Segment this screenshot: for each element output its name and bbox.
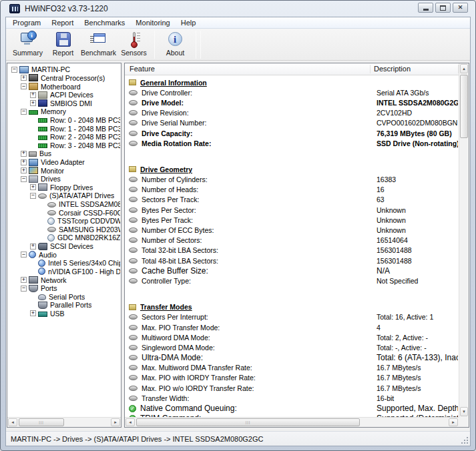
collapse-toggle-icon[interactable] xyxy=(21,252,27,258)
feature-column-header[interactable]: Feature xyxy=(130,65,155,73)
tree-item-memory[interactable]: Memory xyxy=(10,107,120,116)
detail-row[interactable]: Total 48-bit LBA Sectors:156301488 xyxy=(128,256,459,266)
scroll-left-icon[interactable]: ◂ xyxy=(126,418,135,426)
minimize-button[interactable] xyxy=(418,3,433,13)
tree-item-video-adapter[interactable]: Video Adapter xyxy=(10,158,120,167)
section-row[interactable]: General Information xyxy=(128,77,459,87)
menu-program[interactable]: Program xyxy=(7,18,46,27)
details-vertical-scrollbar[interactable]: ▴ ▾ xyxy=(459,63,469,417)
tree-item-memory-row-1[interactable]: Row: 1 - 2048 MB PC3-1 xyxy=(10,124,120,133)
expand-toggle-icon[interactable] xyxy=(30,310,36,316)
detail-row[interactable]: Drive Capacity:76,319 MBytes (80 GB) xyxy=(128,128,459,138)
benchmark-button[interactable]: Benchmark xyxy=(81,31,116,59)
scrollbar-thumb[interactable] xyxy=(136,418,360,426)
tree-item-ports[interactable]: Ports xyxy=(10,284,120,293)
detail-row[interactable]: Number Of ECC Bytes:Unknown xyxy=(128,225,459,235)
tree-item-floppy-drives[interactable]: Floppy Drives xyxy=(10,183,120,192)
close-button[interactable]: ✕ xyxy=(453,3,468,13)
tree-item-nvidia-audio[interactable]: nVIDIA GF100 - High De xyxy=(10,268,120,276)
tree-item-usb[interactable]: USB xyxy=(10,310,120,318)
detail-row[interactable]: Ultra-DMA Mode:Total: 6 (ATA-133), Inact… xyxy=(128,353,459,363)
expand-toggle-icon[interactable] xyxy=(21,277,27,283)
expand-toggle-icon[interactable] xyxy=(30,92,36,98)
detail-row[interactable]: Max. Multiword DMA Transfer Rate:16.7 MB… xyxy=(128,363,459,373)
detail-row[interactable]: Cache Buffer Size:N/A xyxy=(128,266,459,276)
tree-item-memory-row-3[interactable]: Row: 3 - 2048 MB PC3-1 xyxy=(10,141,120,149)
tree-item-gdc-drive[interactable]: GDC MN8D2RK16Z xyxy=(10,234,120,242)
detail-row[interactable]: Drive Model:INTEL SSDSA2M080G2GC xyxy=(128,97,459,107)
tree-item-samsung-hdd[interactable]: SAMSUNG HD203WI xyxy=(10,226,120,234)
tree-item-motherboard[interactable]: Motherboard xyxy=(10,82,120,91)
detail-row[interactable]: Max. PIO Transfer Mode:4 xyxy=(128,322,459,332)
maximize-button[interactable] xyxy=(435,3,451,13)
tree-horizontal-scrollbar[interactable]: ◂ ▸ xyxy=(7,417,121,427)
tree-item-memory-row-2[interactable]: Row: 2 - 2048 MB PC3-1 xyxy=(10,133,120,141)
detail-row[interactable]: Number of Cylinders:16383 xyxy=(128,175,459,185)
detail-row[interactable]: Singleword DMA Mode:Total: -, Active: - xyxy=(128,342,459,352)
tree-item-sata-atapi-drives[interactable]: (S)ATA/ATAPI Drives xyxy=(10,191,120,200)
tree-item-intel-audio[interactable]: Intel 5 Series/34x0 Chip xyxy=(10,259,120,268)
collapse-toggle-icon[interactable] xyxy=(11,67,17,73)
expand-toggle-icon[interactable] xyxy=(30,100,36,106)
detail-row[interactable]: Controller Type:Not Specified xyxy=(128,276,459,286)
sensors-button[interactable]: Sensors xyxy=(116,31,152,59)
tree-item-monitor[interactable]: Monitor xyxy=(10,166,120,175)
detail-row[interactable]: Native Command Queuing:Supported, Max. D… xyxy=(128,403,459,413)
menu-monitoring[interactable]: Monitoring xyxy=(130,18,175,27)
detail-row[interactable]: Multiword DMA Mode:Total: 2, Active: - xyxy=(128,332,459,342)
tree-item-martin-pc[interactable]: MARTIN-PC xyxy=(10,65,120,74)
collapse-toggle-icon[interactable] xyxy=(21,176,27,182)
menu-benchmarks[interactable]: Benchmarks xyxy=(79,18,130,27)
scroll-right-icon[interactable]: ▸ xyxy=(449,418,458,426)
expand-toggle-icon[interactable] xyxy=(21,159,27,165)
detail-row[interactable]: Drive Serial Number:CVPO001602DM080BGN xyxy=(128,118,459,128)
description-column-header[interactable]: Description xyxy=(374,65,411,73)
tree-item-bus[interactable]: Bus xyxy=(10,149,120,158)
expand-toggle-icon[interactable] xyxy=(30,184,36,190)
detail-row[interactable]: Drive Controller:Serial ATA 3Gb/s xyxy=(128,87,459,97)
tree-item-drives[interactable]: Drives xyxy=(10,175,120,183)
tree-item-acpi-devices[interactable]: ACPI Devices xyxy=(10,91,120,99)
detail-row[interactable]: Number of Sectors:16514064 xyxy=(128,236,459,246)
tree-item-central-processors[interactable]: Central Processor(s) xyxy=(10,74,120,83)
report-button[interactable]: Report xyxy=(45,31,81,59)
detail-row[interactable]: Bytes Per Track:Unknown xyxy=(128,215,459,225)
expand-toggle-icon[interactable] xyxy=(21,151,27,157)
tree-item-memory-row-0[interactable]: Row: 0 - 2048 MB PC3-1 xyxy=(10,116,120,125)
detail-row[interactable]: Drive Revision:2CV102HD xyxy=(128,108,459,118)
detail-row[interactable]: Bytes Per Sector:Unknown xyxy=(128,205,459,215)
tree-item-serial-ports[interactable]: Serial Ports xyxy=(10,292,120,301)
section-row[interactable]: Transfer Modes xyxy=(128,302,459,312)
tree-item-tsstcorp-dvd[interactable]: TSSTcorp CDDVDW xyxy=(10,217,120,226)
section-row[interactable]: Drive Geometry xyxy=(128,164,459,174)
detail-row[interactable]: Max. PIO w/o IORDY Transfer Rate:16.7 MB… xyxy=(128,383,459,393)
scroll-down-icon[interactable]: ▾ xyxy=(460,407,468,416)
title-bar[interactable]: HWiNFO32 v3.73-1220 ✕ xyxy=(1,1,475,17)
menu-report[interactable]: Report xyxy=(46,18,79,27)
summary-button[interactable]: i Summary xyxy=(10,31,45,59)
detail-row[interactable]: Sectors Per Interrupt:Total: 16, Active:… xyxy=(128,312,459,322)
expand-toggle-icon[interactable] xyxy=(21,75,27,81)
expand-toggle-icon[interactable] xyxy=(30,244,36,250)
detail-row[interactable]: Total 32-bit LBA Sectors:156301488 xyxy=(128,246,459,256)
tree-item-network[interactable]: Network xyxy=(10,276,120,284)
menu-help[interactable]: Help xyxy=(176,18,202,27)
resize-grip-icon[interactable] xyxy=(461,436,469,444)
tree-item-audio[interactable]: Audio xyxy=(10,250,120,259)
scrollbar-thumb[interactable] xyxy=(19,418,64,426)
collapse-toggle-icon[interactable] xyxy=(21,83,27,89)
collapse-toggle-icon[interactable] xyxy=(21,286,27,292)
tree-item-intel-ssd[interactable]: INTEL SSDSA2M080 xyxy=(10,200,120,209)
tree-item-scsi-devices[interactable]: SCSI Devices xyxy=(10,242,120,251)
expand-toggle-icon[interactable] xyxy=(21,167,27,173)
scrollbar-thumb[interactable] xyxy=(460,75,468,138)
detail-row[interactable]: Transfer Width:16-bit xyxy=(128,393,459,403)
about-button[interactable]: i About xyxy=(158,31,193,59)
scroll-up-icon[interactable]: ▴ xyxy=(460,64,468,73)
detail-row[interactable]: Max. PIO with IORDY Transfer Rate:16.7 M… xyxy=(128,373,459,383)
scroll-left-icon[interactable]: ◂ xyxy=(8,418,17,426)
column-divider[interactable] xyxy=(370,65,371,73)
tree-item-parallel-ports[interactable]: Parallel Ports xyxy=(10,301,120,310)
detail-row[interactable]: Number of Heads:16 xyxy=(128,185,459,195)
details-horizontal-scrollbar[interactable]: ◂ ▸ xyxy=(125,417,459,427)
